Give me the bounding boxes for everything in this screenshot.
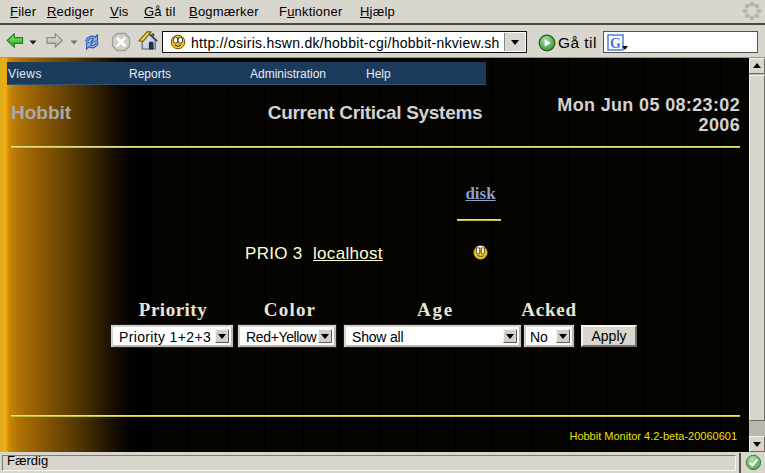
svg-text:G: G — [610, 36, 621, 51]
